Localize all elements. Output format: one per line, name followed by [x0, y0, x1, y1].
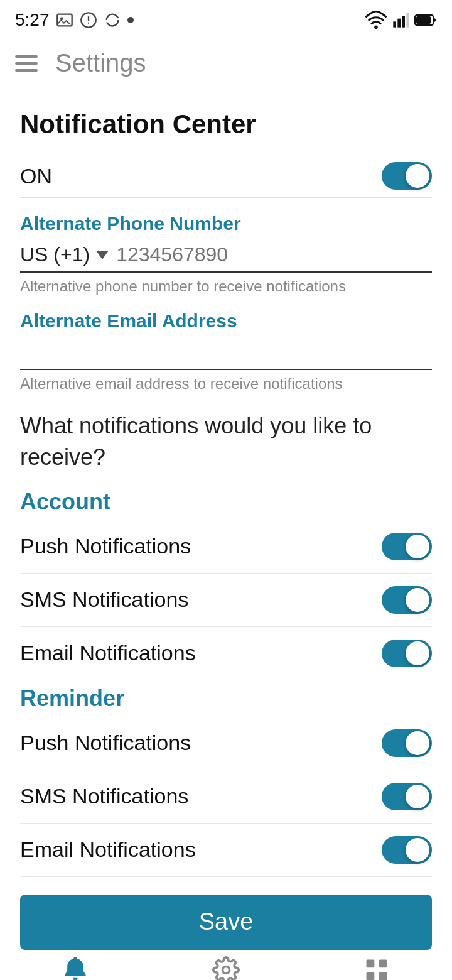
svg-point-13	[223, 966, 230, 973]
reminder-push-row: Push Notifications	[20, 717, 432, 770]
reminder-sms-label: SMS Notifications	[20, 784, 188, 808]
sync-icon	[104, 11, 121, 29]
reminder-email-label: Email Notifications	[20, 837, 196, 862]
notification-icon	[80, 11, 97, 29]
svg-point-4	[87, 23, 89, 24]
nav-item-notifications[interactable]: Notifications	[25, 956, 126, 980]
status-icons-right	[365, 11, 437, 29]
email-address-input[interactable]	[20, 340, 432, 364]
wifi-icon	[365, 11, 387, 29]
time-display: 5:27	[15, 10, 50, 30]
alt-phone-label: Alternate Phone Number	[20, 213, 432, 234]
reminder-push-label: Push Notifications	[20, 731, 191, 755]
notification-center-toggle-row: ON	[20, 155, 432, 198]
svg-rect-8	[402, 16, 405, 28]
account-sms-label: SMS Notifications	[20, 587, 188, 612]
grid-icon	[363, 956, 390, 980]
account-category: Account Push Notifications SMS Notificat…	[20, 489, 432, 680]
battery-icon	[414, 11, 437, 29]
hamburger-menu-icon[interactable]	[15, 55, 38, 72]
bottom-nav: Notifications Units App	[0, 950, 452, 980]
reminder-sms-toggle[interactable]	[382, 783, 432, 810]
svg-rect-9	[406, 13, 409, 27]
email-input-row	[20, 340, 432, 370]
toggle-thumb	[406, 164, 429, 188]
account-sms-toggle[interactable]	[382, 586, 432, 614]
country-code-value: US (+1)	[20, 243, 90, 266]
notification-center-heading: Notification Center	[20, 109, 432, 139]
save-button[interactable]: Save	[20, 895, 432, 950]
svg-rect-17	[379, 972, 387, 980]
phone-number-input[interactable]	[116, 243, 432, 266]
email-hint: Alternative email address to receive not…	[20, 375, 432, 393]
header-title: Settings	[55, 49, 146, 77]
nav-item-app[interactable]: App	[326, 956, 427, 980]
bell-icon	[62, 956, 89, 980]
image-icon	[56, 11, 73, 29]
account-push-row: Push Notifications	[20, 520, 432, 574]
gear-icon	[212, 956, 240, 980]
notification-center-toggle[interactable]	[382, 162, 432, 190]
alternate-phone-section: Alternate Phone Number US (+1) Alternati…	[20, 213, 432, 295]
reminder-email-row: Email Notifications	[20, 824, 432, 877]
nav-item-units[interactable]: Units	[176, 956, 276, 980]
notification-question: What notifications would you like to rec…	[20, 410, 432, 474]
reminder-email-toggle[interactable]	[382, 836, 432, 864]
main-content: Notification Center ON Alternate Phone N…	[0, 89, 452, 877]
svg-rect-7	[397, 19, 401, 28]
account-email-row: Email Notifications	[20, 627, 432, 680]
account-email-label: Email Notifications	[20, 641, 196, 665]
status-bar: 5:27	[0, 0, 452, 38]
signal-icon	[392, 11, 409, 29]
reminder-category-heading: Reminder	[20, 685, 432, 712]
dot-indicator	[127, 17, 134, 23]
svg-point-5	[374, 25, 378, 29]
account-category-heading: Account	[20, 489, 432, 515]
account-push-toggle[interactable]	[382, 533, 432, 560]
alternate-email-section: Alternate Email Address Alternative emai…	[20, 310, 432, 393]
notification-center-label: ON	[20, 164, 52, 188]
svg-rect-14	[367, 959, 375, 967]
phone-input-row: US (+1)	[20, 243, 432, 273]
svg-rect-15	[379, 959, 387, 967]
reminder-sms-row: SMS Notifications	[20, 770, 432, 824]
status-time: 5:27	[15, 10, 134, 30]
reminder-push-toggle[interactable]	[382, 729, 432, 757]
svg-rect-16	[367, 972, 375, 980]
account-sms-row: SMS Notifications	[20, 574, 432, 627]
svg-point-12	[73, 957, 77, 961]
header: Settings	[0, 38, 452, 89]
reminder-category: Reminder Push Notifications SMS Notifica…	[20, 685, 432, 877]
alt-email-label: Alternate Email Address	[20, 310, 432, 332]
svg-rect-6	[393, 21, 396, 27]
svg-rect-11	[416, 16, 431, 24]
country-code-selector[interactable]: US (+1)	[20, 243, 109, 266]
phone-hint: Alternative phone number to receive noti…	[20, 278, 432, 295]
account-push-label: Push Notifications	[20, 534, 191, 558]
country-dropdown-arrow	[96, 251, 109, 259]
account-email-toggle[interactable]	[382, 640, 432, 667]
